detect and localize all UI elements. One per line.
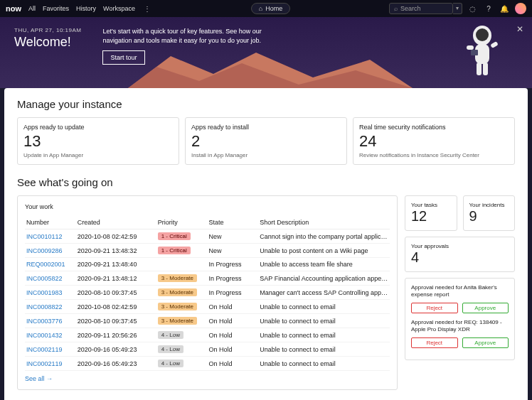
home-icon: ⌂ — [259, 5, 262, 12]
cell-priority: 1 - Critical — [156, 229, 208, 244]
cell-number[interactable]: INC0008822 — [25, 300, 76, 314]
side-column: Your tasks 12 Your incidents 9 Your appr… — [405, 195, 515, 390]
table-row: INC00021192020-09-16 05:49:234 - LowOn H… — [25, 357, 390, 371]
col-priority[interactable]: Priority — [156, 216, 208, 229]
cell-created: 2020-09-16 05:49:23 — [76, 357, 156, 371]
cell-number[interactable]: INC0005822 — [25, 271, 76, 286]
cell-priority — [156, 258, 208, 271]
reject-button[interactable]: Reject — [411, 303, 458, 313]
card-apps-install[interactable]: Apps ready to install 2 Install in App M… — [185, 117, 347, 165]
card-link: Update in App Manager — [23, 152, 173, 158]
cell-priority: 4 - Low — [156, 342, 208, 357]
priority-badge: 3 - Moderate — [158, 303, 197, 310]
cell-desc: Manager can't access SAP Controlling app… — [258, 286, 390, 300]
see-all-link[interactable]: See all → — [25, 375, 53, 382]
priority-badge: 1 - Critical — [158, 232, 191, 240]
bell-icon[interactable]: 🔔 — [499, 4, 509, 13]
home-button[interactable]: ⌂ Home — [251, 3, 290, 14]
main-row: Your work Number Created Priority State … — [17, 195, 515, 390]
svg-rect-5 — [467, 45, 474, 50]
banner-date: THU, APR 27, 10:19AM — [14, 27, 81, 33]
tasks-card[interactable]: Your tasks 12 — [405, 195, 457, 231]
nav-favorites[interactable]: Favorites — [43, 5, 69, 12]
cell-created: 2020-09-21 13:48:32 — [76, 244, 156, 258]
nav-all[interactable]: All — [28, 5, 36, 12]
cell-desc: Unable to connect to email — [258, 342, 390, 357]
cell-desc: Unable to connect to email — [258, 300, 390, 314]
cell-desc: Cannot sign into the company portal appl… — [258, 229, 390, 244]
cell-state: On Hold — [207, 357, 258, 371]
avatar[interactable] — [515, 3, 526, 14]
cell-number[interactable]: INC0002119 — [25, 342, 76, 357]
card-num: 13 — [23, 132, 173, 151]
cell-created: 2020-10-08 02:42:59 — [76, 300, 156, 314]
manage-cards: Apps ready to update 13 Update in App Ma… — [17, 117, 515, 165]
cell-state: In Progress — [207, 271, 258, 286]
cell-priority: 3 - Moderate — [156, 286, 208, 300]
content: Manage your instance Apps ready to updat… — [4, 88, 528, 400]
nav-workspace[interactable]: Workspace — [103, 5, 135, 12]
more-icon[interactable]: ⋮ — [142, 4, 152, 13]
cell-number[interactable]: INC0009286 — [25, 244, 76, 258]
priority-badge: 1 - Critical — [158, 247, 191, 254]
approve-button[interactable]: Approve — [462, 303, 509, 313]
topbar-right: ⌕ Search ▾ ◌ ? 🔔 — [389, 3, 526, 14]
cell-number[interactable]: INC0001432 — [25, 328, 76, 342]
col-created[interactable]: Created — [76, 216, 156, 229]
svg-rect-6 — [490, 41, 499, 48]
cell-created: 2020-08-10 09:37:45 — [76, 286, 156, 300]
cell-priority: 1 - Critical — [156, 244, 208, 258]
table-row: INC00037762020-08-10 09:37:453 - Moderat… — [25, 314, 390, 328]
cell-desc: Unable to post content on a Wiki page — [258, 244, 390, 258]
table-row: INC00021192020-09-16 05:49:234 - LowOn H… — [25, 342, 390, 357]
chat-icon[interactable]: ◌ — [468, 4, 478, 13]
close-icon[interactable]: ✕ — [516, 24, 523, 34]
cell-number[interactable]: REQ0002001 — [25, 258, 76, 271]
cell-state: On Hold — [207, 328, 258, 342]
col-desc[interactable]: Short Description — [258, 216, 390, 229]
manage-heading: Manage your instance — [17, 98, 515, 110]
cell-number[interactable]: INC0003776 — [25, 314, 76, 328]
table-row: INC00092862020-09-21 13:48:321 - Critica… — [25, 244, 390, 258]
cell-number[interactable]: INC0002119 — [25, 357, 76, 371]
cell-state: New — [207, 229, 258, 244]
priority-badge: 3 - Moderate — [158, 317, 197, 325]
card-apps-update[interactable]: Apps ready to update 13 Update in App Ma… — [17, 117, 179, 165]
cell-created: 2020-10-08 02:42:59 — [76, 229, 156, 244]
priority-badge: 4 - Low — [158, 360, 183, 367]
table-row: INC00014322020-09-11 20:56:264 - LowOn H… — [25, 328, 390, 342]
approval-item: Approval needed for Anita Baker's expens… — [411, 284, 509, 299]
cell-number[interactable]: INC0010112 — [25, 229, 76, 244]
search-placeholder: Search — [400, 5, 421, 12]
svg-rect-8 — [483, 63, 488, 75]
approvals-card: Your approvals 4 — [405, 237, 515, 272]
cell-created: 2020-09-21 13:48:12 — [76, 271, 156, 286]
work-title: Your work — [25, 203, 390, 210]
cell-created: 2020-09-21 13:48:40 — [76, 258, 156, 271]
card-title: Apps ready to install — [191, 124, 341, 131]
col-state[interactable]: State — [207, 216, 258, 229]
approve-button[interactable]: Approve — [462, 337, 509, 348]
topbar-left: now All Favorites History Workspace ⋮ — [6, 4, 152, 13]
nav-history[interactable]: History — [76, 5, 96, 12]
cell-state: New — [207, 244, 258, 258]
card-link: Install in App Manager — [191, 152, 341, 158]
priority-badge: 3 - Moderate — [158, 288, 197, 296]
search-dropdown[interactable]: ▾ — [453, 3, 462, 14]
col-number[interactable]: Number — [25, 216, 76, 229]
search-input[interactable]: ⌕ Search — [389, 3, 453, 14]
reject-button[interactable]: Reject — [411, 337, 458, 348]
cell-priority: 3 - Moderate — [156, 271, 208, 286]
cell-priority: 4 - Low — [156, 328, 208, 342]
welcome-banner: ✕ THU, APR 27, 10:19AM Welcome! Let's st… — [0, 17, 532, 88]
start-tour-button[interactable]: Start tour — [102, 50, 144, 65]
svg-point-3 — [476, 28, 489, 41]
search-icon: ⌕ — [394, 5, 398, 12]
card-security[interactable]: Real time security notifications 24 Revi… — [353, 117, 515, 165]
incidents-card[interactable]: Your incidents 9 — [463, 195, 516, 231]
cell-state: In Progress — [207, 258, 258, 271]
help-icon[interactable]: ? — [484, 4, 494, 13]
work-table: Number Created Priority State Short Desc… — [25, 216, 390, 371]
cell-number[interactable]: INC0001983 — [25, 286, 76, 300]
tasks-title: Your tasks — [411, 202, 451, 208]
